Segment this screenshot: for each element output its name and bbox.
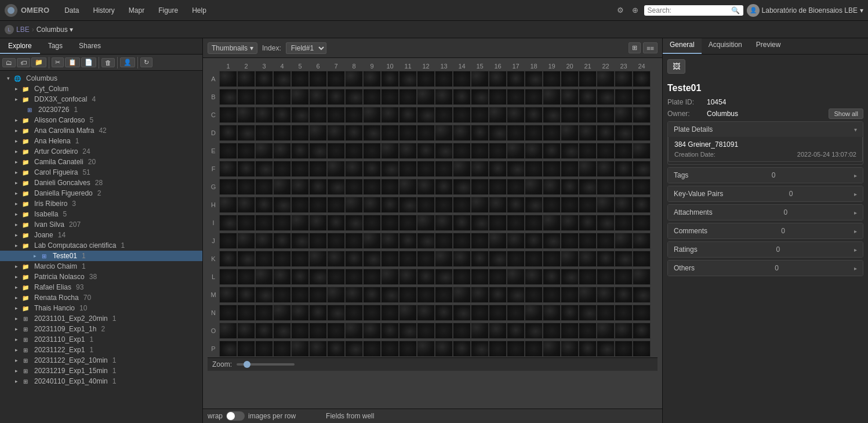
well-N17[interactable]	[507, 305, 525, 321]
copy-btn[interactable]: 📋	[65, 57, 80, 67]
well-P6[interactable]	[309, 341, 327, 357]
well-N15[interactable]	[471, 305, 489, 321]
well-D23[interactable]	[615, 125, 633, 141]
well-C15[interactable]	[471, 107, 489, 123]
well-H5[interactable]	[291, 197, 309, 213]
well-L9[interactable]	[363, 269, 381, 285]
user-dropdown-arrow[interactable]: ▾	[860, 6, 863, 15]
refresh-btn[interactable]: ↻	[140, 57, 152, 67]
well-E6[interactable]	[309, 143, 327, 159]
well-A2[interactable]	[237, 71, 255, 87]
well-K15[interactable]	[471, 251, 489, 267]
well-A23[interactable]	[615, 71, 633, 87]
well-K20[interactable]	[561, 251, 579, 267]
well-N23[interactable]	[615, 305, 633, 321]
well-M15[interactable]	[471, 287, 489, 303]
well-O9[interactable]	[363, 323, 381, 339]
well-L15[interactable]	[471, 269, 489, 285]
well-O18[interactable]	[525, 323, 543, 339]
well-M10[interactable]	[381, 287, 399, 303]
tree-item-28[interactable]: ▸⊞20231219_Exp1_15min1	[0, 366, 202, 376]
well-B17[interactable]	[507, 89, 525, 105]
tree-item-29[interactable]: ▸⊞20240110_Exp1_40min1	[0, 376, 202, 386]
well-K4[interactable]	[273, 251, 291, 267]
well-F14[interactable]	[453, 161, 471, 177]
well-L1[interactable]	[219, 269, 237, 285]
well-A24[interactable]	[633, 71, 651, 87]
tree-item-1[interactable]: ▸📁Cyt_Colum	[0, 84, 202, 94]
well-L4[interactable]	[273, 269, 291, 285]
well-O6[interactable]	[309, 323, 327, 339]
nav-figure[interactable]: Figure	[152, 4, 184, 17]
well-G8[interactable]	[345, 179, 363, 195]
well-G2[interactable]	[237, 179, 255, 195]
tree-item-7[interactable]: ▸📁Artur Cordeiro24	[0, 146, 202, 157]
well-M19[interactable]	[543, 287, 561, 303]
columbus-label[interactable]: Columbus ▾	[37, 26, 73, 34]
well-E17[interactable]	[507, 143, 525, 159]
tree-item-18[interactable]: ▸📁Marcio Chaim1	[0, 261, 202, 272]
well-N21[interactable]	[579, 305, 597, 321]
well-J19[interactable]	[543, 233, 561, 249]
well-J6[interactable]	[309, 233, 327, 249]
well-H11[interactable]	[399, 197, 417, 213]
well-A19[interactable]	[543, 71, 561, 87]
well-B9[interactable]	[363, 89, 381, 105]
well-E12[interactable]	[417, 143, 435, 159]
well-P15[interactable]	[471, 341, 489, 357]
well-A3[interactable]	[255, 71, 273, 87]
well-J24[interactable]	[633, 233, 651, 249]
well-K18[interactable]	[525, 251, 543, 267]
well-D10[interactable]	[381, 125, 399, 141]
well-H20[interactable]	[561, 197, 579, 213]
well-H17[interactable]	[507, 197, 525, 213]
well-C16[interactable]	[489, 107, 507, 123]
well-A15[interactable]	[471, 71, 489, 87]
well-C18[interactable]	[525, 107, 543, 123]
view-selector[interactable]: Thumbnails ▾	[208, 42, 257, 54]
well-N1[interactable]	[219, 305, 237, 321]
cut-btn[interactable]: ✂	[52, 57, 64, 67]
well-H8[interactable]	[345, 197, 363, 213]
well-I22[interactable]	[597, 215, 615, 231]
well-C3[interactable]	[255, 107, 273, 123]
well-G11[interactable]	[399, 179, 417, 195]
well-I21[interactable]	[579, 215, 597, 231]
well-O7[interactable]	[327, 323, 345, 339]
well-P16[interactable]	[489, 341, 507, 357]
export-image-btn[interactable]: 🖼	[667, 59, 685, 74]
well-N19[interactable]	[543, 305, 561, 321]
well-B23[interactable]	[615, 89, 633, 105]
well-C6[interactable]	[309, 107, 327, 123]
well-M23[interactable]	[615, 287, 633, 303]
tree-item-10[interactable]: ▸📁Danieli Goncalves28	[0, 178, 202, 188]
well-F13[interactable]	[435, 161, 453, 177]
well-G16[interactable]	[489, 179, 507, 195]
well-G19[interactable]	[543, 179, 561, 195]
well-D20[interactable]	[561, 125, 579, 141]
tree-item-23[interactable]: ▸⊞20231101_Exp2_20min1	[0, 313, 202, 324]
well-G17[interactable]	[507, 179, 525, 195]
well-L3[interactable]	[255, 269, 273, 285]
well-A21[interactable]	[579, 71, 597, 87]
well-G18[interactable]	[525, 179, 543, 195]
well-P8[interactable]	[345, 341, 363, 357]
well-B15[interactable]	[471, 89, 489, 105]
well-J10[interactable]	[381, 233, 399, 249]
well-B22[interactable]	[597, 89, 615, 105]
well-A18[interactable]	[525, 71, 543, 87]
well-F15[interactable]	[471, 161, 489, 177]
accordion-header-1[interactable]: Key-Value Pairs 0 ▸	[668, 186, 863, 201]
well-K11[interactable]	[399, 251, 417, 267]
well-L21[interactable]	[579, 269, 597, 285]
well-G3[interactable]	[255, 179, 273, 195]
tab-acquisition[interactable]: Acquisition	[702, 38, 749, 54]
accordion-header-3[interactable]: Comments 0 ▸	[668, 223, 863, 238]
new-folder-btn[interactable]: 📁	[31, 57, 46, 67]
well-J2[interactable]	[237, 233, 255, 249]
well-B18[interactable]	[525, 89, 543, 105]
well-D14[interactable]	[453, 125, 471, 141]
well-H2[interactable]	[237, 197, 255, 213]
well-H9[interactable]	[363, 197, 381, 213]
well-M3[interactable]	[255, 287, 273, 303]
